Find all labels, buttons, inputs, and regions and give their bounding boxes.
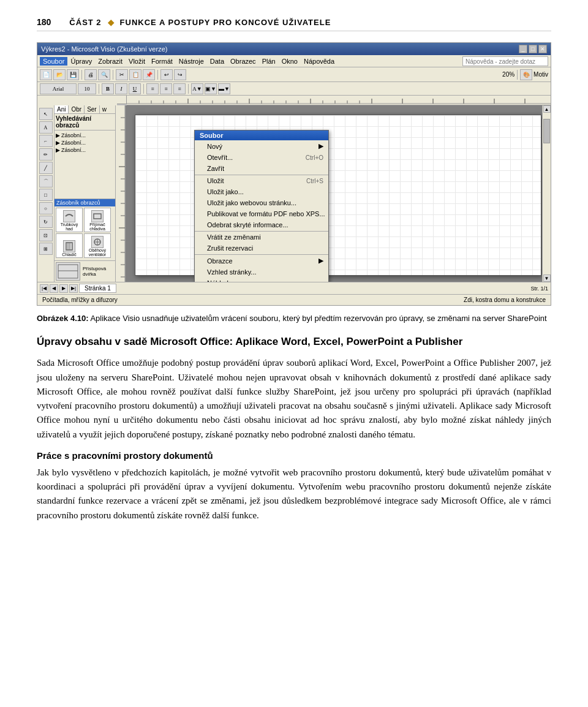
svg-rect-27 (94, 214, 101, 219)
toolbar-font[interactable]: Arial (40, 83, 77, 94)
menu-vratit[interactable]: Vrátit ze změnami (195, 231, 328, 243)
panel-item-2[interactable]: ▶Zásobní... (56, 139, 114, 146)
shape-label-pristupova: Přístupovádvířka (83, 266, 106, 277)
toolbar-align-left[interactable]: ≡ (146, 83, 159, 94)
page-prev-button[interactable]: ◀ (50, 284, 58, 293)
toolbar-italic[interactable]: I (115, 83, 127, 94)
menu-vzhled[interactable]: Vzhled stránky... (195, 267, 328, 278)
toolbar-fontsize[interactable]: 10 (78, 83, 96, 94)
toolbar-sep-4 (517, 70, 518, 80)
menu-vlozit[interactable]: Vložit (126, 57, 148, 66)
menu-upravy[interactable]: Úpravy (67, 57, 95, 66)
file-dropdown-menu: Soubor Nový ▶ Otevřít... Ctrl+O Zavřít (194, 130, 329, 282)
panel-tab-w[interactable]: w (100, 105, 109, 113)
panel-tab-ser[interactable]: Ser (85, 105, 100, 113)
tool-pencil[interactable]: ✏ (39, 148, 53, 161)
tool-stamp[interactable]: ⊞ (39, 243, 53, 255)
page-1-tab[interactable]: Stránka 1 (79, 284, 116, 293)
tool-ellipse[interactable]: ○ (39, 202, 53, 214)
tool-pointer[interactable]: ↖ (39, 108, 53, 120)
toolbar-underline[interactable]: U (129, 83, 141, 94)
toolbar-cut[interactable]: ✂ (116, 69, 128, 80)
page-first-button[interactable]: |◀ (40, 284, 48, 293)
panel-tab-obr[interactable]: Obr (69, 105, 85, 113)
tool-arc[interactable]: ⌒ (39, 175, 53, 187)
shape-panel-header: Zásobník obrazců (55, 199, 115, 206)
menu-otevrit[interactable]: Otevřít... Ctrl+O (195, 152, 328, 163)
toolbar-align-center[interactable]: ≡ (160, 83, 172, 94)
menu-obrazec[interactable]: Obrazec (227, 57, 259, 66)
tool-connector[interactable]: ⌐ (39, 135, 53, 147)
shape-icon-ventilator (91, 236, 104, 248)
pristupova-panel: Přístupovádvířka (55, 260, 115, 282)
vertical-scrollbar[interactable]: ▲ ▼ (542, 105, 551, 282)
menu-soubor[interactable]: Soubor (40, 57, 67, 66)
shape-prijimac[interactable]: Přijímačchladiva (84, 208, 111, 232)
shape-chladice[interactable]: Chladič (56, 233, 83, 258)
menu-ulozit[interactable]: Uložit Ctrl+S (195, 175, 328, 186)
maximize-button[interactable]: □ (529, 45, 537, 53)
menu-napoveda[interactable]: Nápověda (301, 57, 337, 66)
menu-nastroje[interactable]: Nástroje (176, 57, 207, 66)
shape-trubkovy[interactable]: Trubkovýhad (56, 208, 83, 232)
tool-rotate[interactable]: ↻ (39, 216, 53, 228)
menu-odebrat[interactable]: Odebrat skryté informace... (195, 219, 328, 230)
help-search-input[interactable] (462, 56, 548, 66)
scroll-down-button[interactable]: ▼ (543, 274, 551, 282)
shape-label-chladice: Chladič (62, 252, 76, 257)
toolbar-print[interactable]: 🖨 (85, 69, 97, 80)
menu-zavrit[interactable]: Zavřít (195, 163, 328, 174)
menu-obrazce[interactable]: Obrazce ▶ (195, 254, 328, 267)
tool-line[interactable]: ╱ (39, 162, 53, 174)
toolbar-bold[interactable]: B (102, 83, 114, 94)
toolbar-fillcolor[interactable]: ▣▼ (205, 83, 217, 94)
zoom-label: 20% (502, 71, 514, 78)
toolbar-redo[interactable]: ↪ (174, 69, 186, 80)
menu-format[interactable]: Formát (148, 57, 176, 66)
folder-icon: ▶ (56, 132, 60, 138)
menu-novy[interactable]: Nový ▶ (195, 140, 328, 152)
visio-titlebar: Výkres2 - Microsoft Visio (Zkušební verz… (37, 43, 551, 55)
panel-item-3[interactable]: ▶Zásobní... (56, 146, 114, 154)
shape-ventilator[interactable]: Oběhovýventilátor (84, 233, 111, 258)
menu-ulozit-jako[interactable]: Uložit jako... (195, 186, 328, 197)
scroll-thumb[interactable] (543, 119, 550, 143)
menu-okno[interactable]: Okno (279, 57, 301, 66)
visio-window: Výkres2 - Microsoft Visio (Zkušební verz… (37, 43, 551, 305)
menu-zrusit-rezervaci[interactable]: Zrušit rezervaci (195, 243, 328, 254)
menu-zobrazit[interactable]: Zobrazit (95, 57, 126, 66)
toolbar-color[interactable]: A▼ (191, 83, 203, 94)
page-last-button[interactable]: ▶| (69, 284, 78, 293)
panel-item-1[interactable]: ▶Zásobní... (56, 132, 114, 139)
toolbar-linecolor[interactable]: ▬▼ (218, 83, 230, 94)
tool-rect[interactable]: □ (39, 189, 53, 201)
scroll-up-button[interactable]: ▲ (543, 105, 551, 113)
minimize-button[interactable]: _ (519, 45, 527, 53)
tool-text[interactable]: A (39, 121, 53, 134)
toolbar-save[interactable]: 💾 (67, 69, 79, 80)
menu-ulozit-jako-label: Uložit jako... (207, 188, 244, 195)
toolbar-theme[interactable]: 🎨 (520, 69, 532, 80)
tool-crop[interactable]: ⊡ (39, 229, 53, 241)
toolbar-preview[interactable]: 🔍 (98, 69, 110, 80)
paragraph-1: Sada Microsoft Office umožňuje podobný p… (37, 356, 551, 442)
shape-label-trubkovy: Trubkovýhad (61, 222, 78, 231)
menu-ulozit-web[interactable]: Uložit jako webovou stránku... (195, 197, 328, 208)
menu-ulozit-label: Uložit (207, 177, 224, 184)
toolbar-paste[interactable]: 📌 (143, 69, 155, 80)
toolbar-undo[interactable]: ↩ (160, 69, 173, 80)
menu-publikovat[interactable]: Publikovat ve formátu PDF nebo XPS... (195, 208, 328, 219)
menu-plan[interactable]: Plán (259, 57, 279, 66)
close-button[interactable]: ✕ (538, 45, 547, 53)
toolbar-new[interactable]: 📄 (40, 69, 52, 80)
toolbar-open[interactable]: 📂 (53, 69, 66, 80)
visio-title: Výkres2 - Microsoft Visio (Zkušební verz… (41, 45, 167, 53)
menu-data[interactable]: Data (207, 57, 227, 66)
menu-nahled[interactable]: Náhled (195, 278, 328, 282)
submenu-arrow: ▶ (318, 142, 323, 150)
panel-tab-ani[interactable]: Ani (55, 105, 69, 113)
page-next-button[interactable]: ▶ (59, 284, 68, 293)
toolbar-copy[interactable]: 📋 (129, 69, 141, 80)
toolbar-align-right[interactable]: ≡ (173, 83, 186, 94)
left-panels: Ani Obr Ser w Vyhledávání obrazců ▶Zásob… (55, 105, 116, 282)
